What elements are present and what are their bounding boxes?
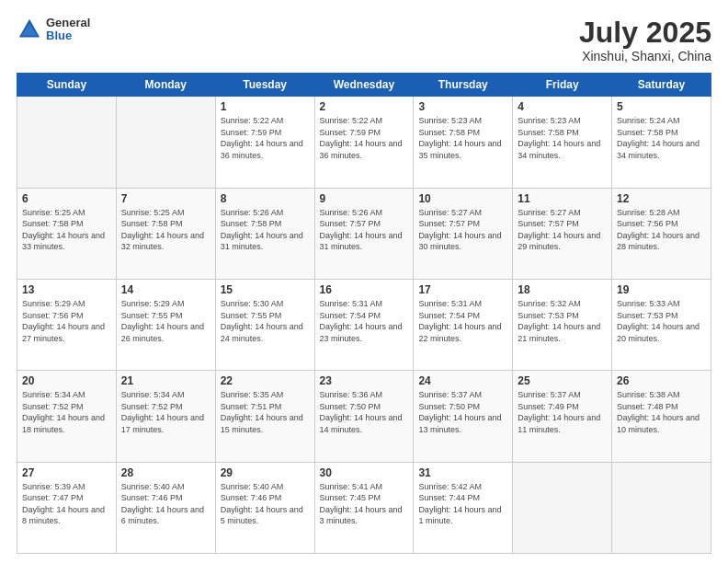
day-info: Sunrise: 5:37 AMSunset: 7:49 PMDaylight:… [518,389,607,435]
day-header-sunday: Sunday [17,74,117,97]
day-info: Sunrise: 5:27 AMSunset: 7:57 PMDaylight:… [418,207,507,253]
day-info: Sunrise: 5:40 AMSunset: 7:46 PMDaylight:… [221,481,310,527]
day-info: Sunrise: 5:22 AMSunset: 7:59 PMDaylight:… [221,115,310,161]
calendar-week-2: 13Sunrise: 5:29 AMSunset: 7:56 PMDayligh… [17,279,711,370]
day-info: Sunrise: 5:25 AMSunset: 7:58 PMDaylight:… [121,207,210,253]
day-number: 20 [22,374,111,387]
calendar-cell: 13Sunrise: 5:29 AMSunset: 7:56 PMDayligh… [17,279,117,370]
day-info: Sunrise: 5:22 AMSunset: 7:59 PMDaylight:… [320,115,409,161]
day-info: Sunrise: 5:25 AMSunset: 7:58 PMDaylight:… [22,207,111,253]
day-number: 2 [320,100,409,113]
calendar-cell: 15Sunrise: 5:30 AMSunset: 7:55 PMDayligh… [215,279,314,370]
day-number: 5 [617,100,706,113]
calendar-cell: 2Sunrise: 5:22 AMSunset: 7:59 PMDaylight… [314,97,414,188]
day-info: Sunrise: 5:34 AMSunset: 7:52 PMDaylight:… [22,389,111,435]
calendar-cell [612,462,711,553]
day-number: 25 [518,374,607,387]
day-number: 23 [320,374,409,387]
calendar-cell: 10Sunrise: 5:27 AMSunset: 7:57 PMDayligh… [414,188,513,279]
day-number: 9 [320,192,409,205]
day-number: 14 [121,283,210,296]
day-number: 1 [221,100,310,113]
logo-icon [17,17,42,42]
day-number: 17 [418,283,507,296]
day-info: Sunrise: 5:41 AMSunset: 7:45 PMDaylight:… [320,481,409,527]
day-number: 30 [320,466,409,479]
calendar-cell: 14Sunrise: 5:29 AMSunset: 7:55 PMDayligh… [116,279,215,370]
day-info: Sunrise: 5:36 AMSunset: 7:50 PMDaylight:… [320,389,409,435]
calendar-cell: 9Sunrise: 5:26 AMSunset: 7:57 PMDaylight… [314,188,414,279]
calendar-cell: 22Sunrise: 5:35 AMSunset: 7:51 PMDayligh… [215,371,314,462]
calendar-cell: 18Sunrise: 5:32 AMSunset: 7:53 PMDayligh… [513,279,612,370]
calendar-body: 1Sunrise: 5:22 AMSunset: 7:59 PMDaylight… [17,97,711,554]
day-info: Sunrise: 5:23 AMSunset: 7:58 PMDaylight:… [518,115,607,161]
calendar-cell: 11Sunrise: 5:27 AMSunset: 7:57 PMDayligh… [513,188,612,279]
calendar-cell: 23Sunrise: 5:36 AMSunset: 7:50 PMDayligh… [314,371,414,462]
calendar-week-3: 20Sunrise: 5:34 AMSunset: 7:52 PMDayligh… [17,371,711,462]
day-header-monday: Monday [116,74,215,97]
day-info: Sunrise: 5:27 AMSunset: 7:57 PMDaylight:… [518,207,607,253]
day-info: Sunrise: 5:34 AMSunset: 7:52 PMDaylight:… [121,389,210,435]
logo-general: General [46,17,90,29]
logo-text: General Blue [46,17,90,43]
day-number: 11 [518,192,607,205]
calendar-cell [17,97,117,188]
day-info: Sunrise: 5:24 AMSunset: 7:58 PMDaylight:… [617,115,706,161]
day-info: Sunrise: 5:28 AMSunset: 7:56 PMDaylight:… [617,207,706,253]
day-number: 29 [221,466,310,479]
day-header-friday: Friday [513,74,612,97]
calendar-cell: 4Sunrise: 5:23 AMSunset: 7:58 PMDaylight… [513,97,612,188]
calendar-cell: 16Sunrise: 5:31 AMSunset: 7:54 PMDayligh… [314,279,414,370]
day-number: 15 [221,283,310,296]
calendar-cell: 1Sunrise: 5:22 AMSunset: 7:59 PMDaylight… [215,97,314,188]
calendar-cell: 20Sunrise: 5:34 AMSunset: 7:52 PMDayligh… [17,371,117,462]
day-info: Sunrise: 5:31 AMSunset: 7:54 PMDaylight:… [320,298,409,344]
calendar-cell: 3Sunrise: 5:23 AMSunset: 7:58 PMDaylight… [414,97,513,188]
day-number: 3 [418,100,507,113]
day-number: 24 [418,374,507,387]
days-header-row: SundayMondayTuesdayWednesdayThursdayFrid… [17,74,711,97]
day-number: 22 [221,374,310,387]
day-info: Sunrise: 5:26 AMSunset: 7:58 PMDaylight:… [221,207,310,253]
calendar-cell: 8Sunrise: 5:26 AMSunset: 7:58 PMDaylight… [215,188,314,279]
calendar-cell: 31Sunrise: 5:42 AMSunset: 7:44 PMDayligh… [414,462,513,553]
calendar-cell: 29Sunrise: 5:40 AMSunset: 7:46 PMDayligh… [215,462,314,553]
day-info: Sunrise: 5:33 AMSunset: 7:53 PMDaylight:… [617,298,706,344]
day-info: Sunrise: 5:26 AMSunset: 7:57 PMDaylight:… [320,207,409,253]
day-number: 6 [22,192,111,205]
day-info: Sunrise: 5:23 AMSunset: 7:58 PMDaylight:… [418,115,507,161]
calendar-cell: 21Sunrise: 5:34 AMSunset: 7:52 PMDayligh… [116,371,215,462]
calendar-cell: 7Sunrise: 5:25 AMSunset: 7:58 PMDaylight… [116,188,215,279]
calendar-cell: 25Sunrise: 5:37 AMSunset: 7:49 PMDayligh… [513,371,612,462]
day-number: 16 [320,283,409,296]
calendar-table: SundayMondayTuesdayWednesdayThursdayFrid… [17,73,711,554]
day-info: Sunrise: 5:29 AMSunset: 7:55 PMDaylight:… [121,298,210,344]
calendar-cell: 27Sunrise: 5:39 AMSunset: 7:47 PMDayligh… [17,462,117,553]
calendar-cell [513,462,612,553]
logo-blue: Blue [46,29,90,42]
day-info: Sunrise: 5:30 AMSunset: 7:55 PMDaylight:… [221,298,310,344]
calendar-week-0: 1Sunrise: 5:22 AMSunset: 7:59 PMDaylight… [17,97,711,188]
calendar-week-1: 6Sunrise: 5:25 AMSunset: 7:58 PMDaylight… [17,188,711,279]
month-title: July 2025 [579,17,711,49]
day-number: 18 [518,283,607,296]
title-block: July 2025 Xinshui, Shanxi, China [579,17,711,63]
day-info: Sunrise: 5:38 AMSunset: 7:48 PMDaylight:… [617,389,706,435]
day-info: Sunrise: 5:29 AMSunset: 7:56 PMDaylight:… [22,298,111,344]
day-number: 21 [121,374,210,387]
calendar-cell: 12Sunrise: 5:28 AMSunset: 7:56 PMDayligh… [612,188,711,279]
day-header-saturday: Saturday [612,74,711,97]
day-info: Sunrise: 5:40 AMSunset: 7:46 PMDaylight:… [121,481,210,527]
day-number: 10 [418,192,507,205]
logo: General Blue [17,17,90,43]
day-info: Sunrise: 5:39 AMSunset: 7:47 PMDaylight:… [22,481,111,527]
calendar-cell: 19Sunrise: 5:33 AMSunset: 7:53 PMDayligh… [612,279,711,370]
day-header-wednesday: Wednesday [314,74,414,97]
day-number: 31 [418,466,507,479]
day-header-thursday: Thursday [414,74,513,97]
day-number: 19 [617,283,706,296]
calendar-header: SundayMondayTuesdayWednesdayThursdayFrid… [17,74,711,97]
day-info: Sunrise: 5:35 AMSunset: 7:51 PMDaylight:… [221,389,310,435]
calendar-cell: 28Sunrise: 5:40 AMSunset: 7:46 PMDayligh… [116,462,215,553]
calendar-cell: 26Sunrise: 5:38 AMSunset: 7:48 PMDayligh… [612,371,711,462]
